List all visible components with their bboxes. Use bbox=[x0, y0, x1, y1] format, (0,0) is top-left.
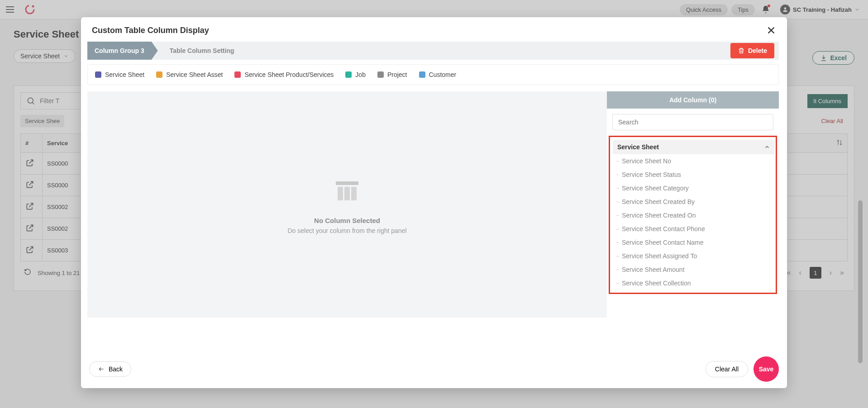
modal-overlay: Custom Table Column Display Column Group… bbox=[0, 0, 868, 408]
svg-rect-10 bbox=[336, 181, 358, 185]
svg-rect-12 bbox=[344, 187, 350, 200]
legend-dot bbox=[345, 71, 352, 78]
column-option[interactable]: Service Sheet Created By bbox=[613, 195, 775, 209]
clear-all-button[interactable]: Clear All bbox=[706, 361, 748, 377]
legend-label: Service Sheet bbox=[105, 71, 144, 78]
column-option[interactable]: Service Sheet Assigned To bbox=[613, 249, 775, 263]
breadcrumb-active[interactable]: Column Group 3 bbox=[87, 42, 158, 60]
legend-label: Project bbox=[387, 71, 407, 78]
legend-item: Job bbox=[345, 71, 366, 78]
close-icon[interactable] bbox=[766, 25, 776, 35]
column-option[interactable]: Service Sheet Contact Name bbox=[613, 236, 775, 249]
column-option[interactable]: Service Sheet Contact Phone bbox=[613, 222, 775, 236]
add-column-panel: Add Column (0) Service Sheet Service She… bbox=[607, 91, 779, 318]
empty-title: No Column Selected bbox=[314, 217, 380, 224]
column-list-highlighted: Service Sheet Service Sheet NoService Sh… bbox=[609, 136, 777, 294]
legend-item: Service Sheet bbox=[95, 71, 144, 78]
legend-dot bbox=[234, 71, 241, 78]
legend-dot bbox=[95, 71, 101, 78]
column-option[interactable]: Service Sheet Category bbox=[613, 181, 775, 195]
arrow-left-icon bbox=[98, 366, 105, 372]
svg-rect-11 bbox=[338, 187, 343, 200]
legend: Service SheetService Sheet AssetService … bbox=[87, 64, 779, 85]
selected-columns-panel: No Column Selected Do select your column… bbox=[87, 91, 607, 318]
delete-button[interactable]: Delete bbox=[730, 43, 774, 58]
legend-label: Job bbox=[355, 71, 366, 78]
save-button[interactable]: Save bbox=[754, 356, 779, 382]
legend-label: Service Sheet Asset bbox=[166, 71, 223, 78]
legend-label: Service Sheet Product/Services bbox=[244, 71, 334, 78]
empty-columns-icon bbox=[331, 175, 363, 209]
legend-label: Customer bbox=[429, 71, 457, 78]
svg-rect-13 bbox=[351, 187, 357, 200]
column-option[interactable]: Service Sheet Created On bbox=[613, 209, 775, 222]
empty-subtitle: Do select your column from the right pan… bbox=[287, 227, 406, 234]
legend-item: Service Sheet Product/Services bbox=[234, 71, 334, 78]
breadcrumb-next[interactable]: Table Column Setting bbox=[158, 42, 244, 60]
column-option[interactable]: Service Sheet Status bbox=[613, 168, 775, 181]
legend-dot bbox=[419, 71, 425, 78]
chevron-up-icon bbox=[764, 144, 770, 150]
modal: Custom Table Column Display Column Group… bbox=[81, 17, 787, 388]
trash-icon bbox=[738, 47, 745, 54]
legend-dot bbox=[156, 71, 162, 78]
legend-item: Service Sheet Asset bbox=[156, 71, 223, 78]
column-search-input[interactable] bbox=[612, 114, 773, 130]
legend-item: Project bbox=[377, 71, 407, 78]
add-column-header: Add Column (0) bbox=[607, 91, 779, 109]
column-option[interactable]: Service Sheet Amount bbox=[613, 263, 775, 276]
column-option[interactable]: Service Sheet No bbox=[613, 154, 775, 168]
column-group-header[interactable]: Service Sheet bbox=[613, 140, 775, 154]
column-option[interactable]: Service Sheet Collection bbox=[613, 276, 775, 290]
modal-title: Custom Table Column Display bbox=[92, 26, 209, 35]
breadcrumb: Column Group 3 Table Column Setting Dele… bbox=[87, 42, 779, 60]
back-button[interactable]: Back bbox=[89, 361, 131, 377]
legend-dot bbox=[377, 71, 384, 78]
legend-item: Customer bbox=[419, 71, 457, 78]
